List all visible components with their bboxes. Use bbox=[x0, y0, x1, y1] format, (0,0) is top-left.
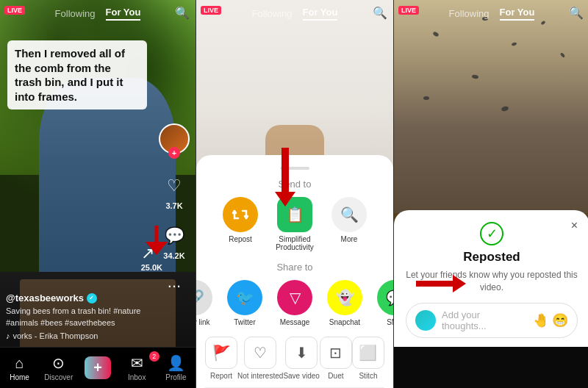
video-caption: Saving bees from a trash bin! #nature #a… bbox=[6, 306, 151, 328]
snapchat-ghost: 👻 bbox=[336, 289, 354, 306]
music-note-icon: ♪ bbox=[6, 331, 10, 340]
tab-following-3[interactable]: Following bbox=[449, 8, 490, 19]
tab-following[interactable]: Following bbox=[55, 8, 96, 19]
caption-overlay: Then I removed all of the comb from the … bbox=[7, 40, 147, 109]
copy-link-icon: 🔗 bbox=[196, 280, 212, 315]
discover-icon: ⊙ bbox=[52, 354, 65, 372]
bottom-nav: ⌂ Home ⊙ Discover + ✉ Inbox 2 👤 Profile bbox=[0, 347, 196, 388]
snapchat-label: Snapchat bbox=[329, 318, 360, 326]
heart-icon: ♡ bbox=[160, 172, 188, 200]
arrow-head-right bbox=[453, 275, 466, 292]
nav-create[interactable]: + bbox=[78, 356, 117, 379]
inbox-badge: 2 bbox=[149, 351, 159, 362]
grin-emoji[interactable]: 😁 bbox=[552, 312, 568, 328]
stitch-icon: ⬜ bbox=[352, 337, 384, 369]
twitter-btn[interactable]: 🐦 Twitter bbox=[227, 280, 262, 326]
more-options-button[interactable]: ··· bbox=[160, 272, 188, 300]
tab-for-you-2[interactable]: For You bbox=[303, 7, 338, 21]
more-label: More bbox=[341, 235, 358, 243]
search-icon-3[interactable]: 🔍 bbox=[569, 6, 584, 20]
username-text[interactable]: @texasbeeworks bbox=[6, 292, 84, 303]
inbox-icon: ✉ bbox=[131, 354, 143, 372]
simplified-emoji: 📋 bbox=[286, 206, 304, 223]
repost-title: Reposted bbox=[406, 250, 578, 265]
action-buttons: + ♡ 3.7K 💬 34.2K ··· bbox=[159, 123, 190, 300]
top-bar: LIVE Following For You 🔍 bbox=[0, 0, 196, 26]
twitter-icon: 🐦 bbox=[227, 280, 262, 315]
duet-icon: ⊡ bbox=[320, 337, 352, 369]
panel-1: LIVE Following For You 🔍 Then I removed … bbox=[0, 0, 196, 388]
simplified-label: Simplified Productivity bbox=[273, 235, 317, 251]
copy-link-btn[interactable]: 🔗 Copy link bbox=[196, 280, 212, 326]
check-icon: ✓ bbox=[480, 222, 503, 245]
nav-home[interactable]: ⌂ Home bbox=[0, 355, 39, 381]
repost-check-row: ✓ bbox=[406, 222, 578, 245]
copy-link-label: Copy link bbox=[196, 318, 210, 326]
repost-btn[interactable]: Repost bbox=[223, 197, 258, 251]
like-button[interactable]: ♡ 3.7K bbox=[160, 172, 188, 210]
not-interested-icon: ♡ bbox=[244, 337, 276, 369]
message-btn[interactable]: ▽ Message bbox=[277, 280, 312, 326]
tab-following-2[interactable]: Following bbox=[252, 8, 293, 19]
search-more-icon: 🔍 bbox=[340, 206, 359, 223]
wave-emoji[interactable]: 🤚 bbox=[533, 312, 549, 328]
bee-5 bbox=[423, 96, 429, 100]
save-video-label: Save video bbox=[283, 372, 319, 380]
repost-label: Repost bbox=[229, 235, 252, 243]
thoughts-avatar bbox=[415, 310, 436, 331]
nav-profile[interactable]: 👤 Profile bbox=[157, 354, 196, 381]
stitch-btn[interactable]: ⬜ Stitch bbox=[352, 337, 384, 380]
sms-label: SMS bbox=[387, 318, 393, 326]
share-count: 25.0K bbox=[141, 263, 162, 272]
avatar-container[interactable]: + bbox=[159, 123, 190, 154]
emoji-buttons: 🤚 😁 bbox=[533, 312, 568, 328]
bees-video-top bbox=[394, 0, 588, 213]
snapchat-icon: 👻 bbox=[327, 280, 362, 315]
not-interested-label: Not interested bbox=[237, 372, 283, 380]
save-video-btn[interactable]: ⬇ Save video bbox=[283, 337, 319, 380]
more-icon: 🔍 bbox=[331, 197, 367, 232]
search-icon-2[interactable]: 🔍 bbox=[373, 6, 387, 20]
sms-speech: 💬 bbox=[386, 289, 394, 306]
report-label: Report bbox=[210, 372, 232, 380]
sms-btn[interactable]: 💬 SMS bbox=[377, 280, 393, 326]
tab-for-you-3[interactable]: For You bbox=[500, 7, 535, 21]
inbox-label: Inbox bbox=[128, 373, 146, 381]
link-icon: 🔗 bbox=[196, 289, 204, 306]
report-btn[interactable]: 🚩 Report bbox=[205, 337, 237, 380]
snapchat-btn[interactable]: 👻 Snapchat bbox=[327, 280, 362, 326]
thoughts-input-row: Add your thoughts... 🤚 😁 bbox=[406, 303, 578, 338]
discover-label: Discover bbox=[44, 373, 73, 381]
thoughts-placeholder-text: Add your thoughts... bbox=[442, 309, 527, 331]
red-arrow-3 bbox=[416, 275, 466, 292]
repost-icon bbox=[223, 197, 258, 232]
bees-bg bbox=[394, 0, 588, 213]
sms-icon: 💬 bbox=[377, 280, 393, 315]
follow-plus[interactable]: + bbox=[168, 147, 180, 159]
search-icon[interactable]: 🔍 bbox=[175, 6, 190, 20]
duet-btn[interactable]: ⊡ Duet bbox=[320, 337, 352, 380]
nav-discover[interactable]: ⊙ Discover bbox=[39, 354, 78, 381]
red-arrow-svg bbox=[146, 226, 168, 255]
repost-svg bbox=[231, 205, 250, 224]
right-arrow-shape bbox=[416, 275, 466, 292]
stitch-label: Stitch bbox=[359, 372, 377, 380]
arrow-body bbox=[416, 281, 453, 287]
home-label: Home bbox=[10, 373, 29, 381]
like-count: 3.7K bbox=[165, 201, 182, 210]
tab-bar: Following For You bbox=[55, 7, 141, 21]
profile-label: Profile bbox=[165, 373, 186, 381]
tab-for-you[interactable]: For You bbox=[106, 7, 141, 21]
live-badge: LIVE bbox=[4, 6, 25, 15]
modal-close-button[interactable]: × bbox=[571, 219, 578, 232]
red-arrow-indicator-1 bbox=[146, 226, 168, 260]
not-interested-btn[interactable]: ♡ Not interested bbox=[237, 337, 283, 380]
add-icon[interactable]: + bbox=[85, 356, 111, 379]
music-label-text: vorks - Erika Thompson bbox=[13, 331, 98, 340]
profile-icon: 👤 bbox=[167, 354, 185, 372]
svg-marker-1 bbox=[146, 242, 168, 255]
panel-2: LIVE Following For You 🔍 Send to bbox=[196, 0, 393, 388]
nav-inbox[interactable]: ✉ Inbox 2 bbox=[118, 354, 157, 381]
top-bar-2: LIVE Following For You 🔍 bbox=[196, 0, 393, 26]
more-btn[interactable]: 🔍 More bbox=[331, 197, 367, 251]
